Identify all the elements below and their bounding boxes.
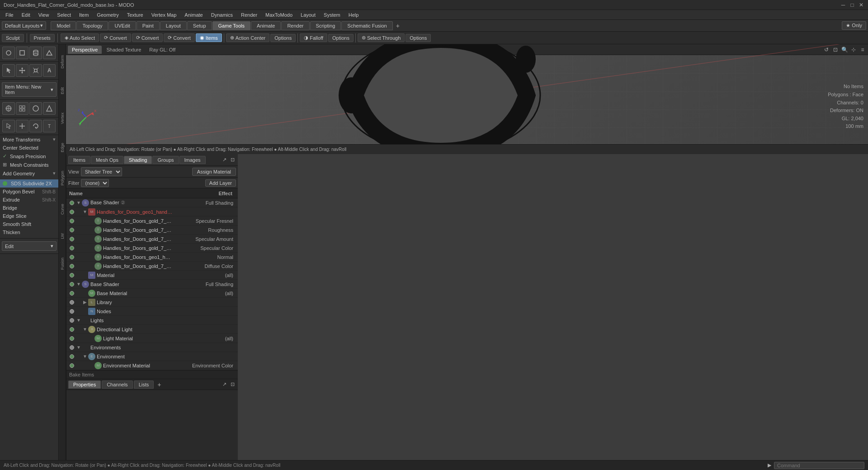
menu-edit[interactable]: Edit xyxy=(18,11,34,19)
tree-vis-6[interactable] xyxy=(68,255,75,259)
more-transforms-btn[interactable]: More Transforms ▾ xyxy=(0,135,58,144)
view-tab-perspective[interactable]: Perspective xyxy=(68,46,102,54)
vtab-lw[interactable]: LW xyxy=(59,224,66,248)
sculpt-btn[interactable]: Sculpt xyxy=(2,34,24,42)
tab-gametools[interactable]: Game Tools xyxy=(212,21,251,30)
tree-vis-8[interactable] xyxy=(68,273,75,277)
tree-item-env-mat[interactable]: M Environment Material Environment Color xyxy=(66,361,238,370)
tool-cone2[interactable] xyxy=(43,102,56,115)
options-btn-2[interactable]: Options xyxy=(328,34,354,42)
edge-slice-btn[interactable]: Edge Slice xyxy=(0,212,58,220)
tree-vis-13[interactable] xyxy=(68,318,75,323)
tree-item-base-shader-2[interactable]: ▼ S Base Shader Full Shading xyxy=(66,280,238,289)
tree-item-specular-color[interactable]: T Handles_for_Doors_gold_7_Specular [Im.… xyxy=(66,244,238,253)
snaps-precision-btn[interactable]: ✓ Snaps Precision xyxy=(0,152,58,160)
tree-expand-0[interactable]: ▼ xyxy=(75,200,82,205)
menu-select[interactable]: Select xyxy=(53,11,75,19)
menu-animate[interactable]: Animate xyxy=(181,11,206,19)
vtab-polygon[interactable]: Polygon xyxy=(59,162,66,195)
view-reset-icon[interactable]: ↺ xyxy=(823,46,830,53)
vtab-deform[interactable]: Deform xyxy=(59,46,66,78)
shader-tree-select[interactable]: Shader Tree xyxy=(81,167,122,176)
bottom-tab-channels[interactable]: Channels xyxy=(102,381,132,389)
tree-vis-17[interactable] xyxy=(68,354,75,359)
auto-select-btn[interactable]: ◈Auto Select xyxy=(61,33,99,42)
tree-vis-10[interactable] xyxy=(68,291,75,296)
tree-vis-4[interactable] xyxy=(68,237,75,241)
menu-help[interactable]: Help xyxy=(345,11,363,19)
tree-item-fresnel[interactable]: T Handles_for_Doors_gold_7_Fresnel [Imag… xyxy=(66,216,238,226)
rpanel-tab-groups[interactable]: Groups xyxy=(152,156,179,164)
tab-layout[interactable]: Layout xyxy=(160,21,187,30)
tab-add-btn[interactable]: + xyxy=(393,21,402,30)
center-selected-btn[interactable]: Center Selected xyxy=(0,144,58,152)
view-label-raygl[interactable]: Ray GL: Off xyxy=(146,46,179,53)
rpanel-tab-items[interactable]: Items xyxy=(68,156,90,164)
view-camera-icon[interactable]: ⊹ xyxy=(850,46,857,53)
tab-setup[interactable]: Setup xyxy=(187,21,212,30)
tree-expand-13[interactable]: ▼ xyxy=(75,318,82,323)
extrude-btn[interactable]: Extrude Shift-X xyxy=(0,196,58,204)
status-arrow-icon[interactable]: ▶ xyxy=(768,462,771,468)
menu-layout[interactable]: Layout xyxy=(297,11,319,19)
tool-scale[interactable] xyxy=(29,64,42,77)
rpanel-tab-meshops[interactable]: Mesh Ops xyxy=(91,156,123,164)
vtab-edit[interactable]: Edit xyxy=(59,78,66,103)
tool-mesh[interactable] xyxy=(2,102,15,115)
tree-item-light-mat[interactable]: M Light Material (all) xyxy=(66,334,238,343)
mesh-constraints-btn[interactable]: ⊞ Mesh Constraints xyxy=(0,160,58,169)
tree-expand-17[interactable]: ▼ xyxy=(82,354,88,359)
tool-cylinder[interactable] xyxy=(29,47,42,59)
menu-vertexmap[interactable]: Vertex Map xyxy=(148,11,180,19)
filter-select[interactable]: (none) xyxy=(81,179,109,187)
tree-item-handles-mat[interactable]: ▼ M Handles_for_Doors_geo1_handle_gold_7… xyxy=(66,207,238,216)
tree-vis-1[interactable] xyxy=(68,210,75,214)
tab-paint[interactable]: Paint xyxy=(137,21,160,30)
tab-render[interactable]: Render xyxy=(281,21,309,30)
tool-text2[interactable]: T xyxy=(43,120,56,132)
menu-view[interactable]: View xyxy=(35,11,53,19)
rpanel-expand-icon[interactable]: ↗ xyxy=(221,156,228,164)
rpanel-tab-shading[interactable]: Shading xyxy=(124,156,152,164)
tree-vis-3[interactable] xyxy=(68,228,75,232)
bottom-expand-icon[interactable]: ↗ xyxy=(221,381,228,388)
tool-move[interactable] xyxy=(16,64,28,77)
tool-cone[interactable] xyxy=(43,47,56,59)
layout-dropdown[interactable]: Default Layouts ▾ xyxy=(2,21,46,30)
menu-system[interactable]: System xyxy=(320,11,344,19)
tool-select2[interactable] xyxy=(2,120,15,132)
vtab-vertex[interactable]: Vertex xyxy=(59,103,66,133)
tree-item-lights[interactable]: ▼ Lights xyxy=(66,316,238,325)
tree-expand-14[interactable]: ▼ xyxy=(82,327,88,332)
tree-item-environment[interactable]: ▼ E Environment xyxy=(66,352,238,361)
tree-vis-16[interactable] xyxy=(68,345,75,350)
tab-schematic[interactable]: Schematic Fusion xyxy=(341,21,392,30)
falloff-btn[interactable]: ◑Falloff xyxy=(300,33,327,42)
tree-vis-0[interactable] xyxy=(68,201,75,205)
view-label-shaded[interactable]: Shaded Texture xyxy=(103,46,145,53)
item-menu-dropdown[interactable]: Item Menu: New Item ▾ xyxy=(2,82,57,97)
view-zoom-icon[interactable]: 🔍 xyxy=(841,46,848,53)
tree-vis-9[interactable] xyxy=(68,282,75,287)
tree-expand-9[interactable]: ▼ xyxy=(75,282,82,287)
select-through-btn[interactable]: ⊚Select Through xyxy=(358,33,405,42)
options-btn-3[interactable]: Options xyxy=(406,34,431,42)
vtab-curve[interactable]: Curve xyxy=(59,195,66,224)
tab-animate[interactable]: Animate xyxy=(251,21,281,30)
tree-expand-11[interactable]: ▶ xyxy=(82,300,88,305)
sds-subdivide-btn[interactable]: SDS Subdivide 2X xyxy=(0,179,58,188)
action-center-btn[interactable]: ⊕Action Center xyxy=(226,33,270,42)
rpanel-collapse-icon[interactable]: ⊡ xyxy=(229,156,236,164)
convert-btn-1[interactable]: ⟳Convert xyxy=(100,33,131,42)
tree-item-environments[interactable]: ▼ Environments xyxy=(66,343,238,352)
tree-vis-5[interactable] xyxy=(68,246,75,250)
tree-item-normal[interactable]: T Handles_for_Doors_geo1_handle_gold_7_M… xyxy=(66,253,238,262)
tree-item-material[interactable]: M Material (all) xyxy=(66,271,238,280)
tool-box[interactable] xyxy=(16,47,28,59)
menu-item[interactable]: Item xyxy=(75,11,92,19)
close-btn[interactable]: ✕ xyxy=(858,2,864,8)
convert-btn-2[interactable]: ⟳Convert xyxy=(132,33,163,42)
tree-vis-15[interactable] xyxy=(68,336,75,341)
tab-topology[interactable]: Topology xyxy=(76,21,108,30)
tool-circle[interactable] xyxy=(2,47,15,59)
